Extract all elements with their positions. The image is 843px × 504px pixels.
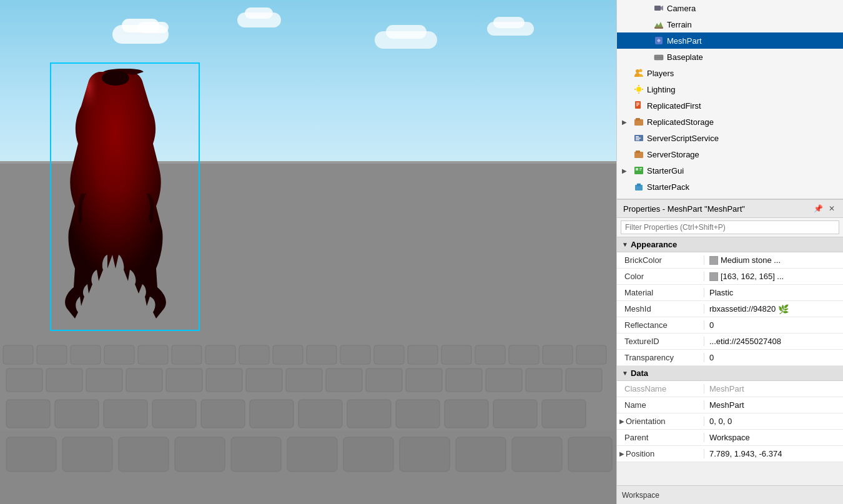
appearance-section-header[interactable]: ▼ Appearance [617, 237, 843, 252]
prop-row-position[interactable]: ▶ Position 7.789, 1.943, -6.374 [617, 446, 843, 462]
meshid-asset-icon: 🌿 [778, 304, 789, 314]
prop-name-brickcolor: BrickColor [617, 255, 704, 265]
players-arrow [622, 70, 631, 77]
explorer-item-lighting[interactable]: Lighting [617, 81, 843, 97]
baseplate-label: Baseplate [667, 52, 703, 62]
svg-rect-37 [446, 368, 482, 392]
prop-row-transparency[interactable]: Transparency 0 [617, 350, 843, 366]
svg-rect-87 [636, 168, 638, 170]
svg-rect-6 [175, 437, 225, 472]
lighting-label: Lighting [647, 85, 676, 94]
pin-icon[interactable]: 📌 [813, 204, 823, 214]
prop-row-meshid[interactable]: MeshId rbxassetid://94820 🌿 [617, 301, 843, 317]
filter-input[interactable] [621, 220, 839, 234]
prop-name-parent: Parent [617, 433, 704, 442]
svg-rect-41 [3, 345, 33, 364]
bounding-box [50, 62, 200, 331]
prop-row-name[interactable]: Name MeshPart [617, 397, 843, 413]
prop-value-reflectance: 0 [704, 320, 843, 330]
position-expand-icon: ▶ [619, 450, 624, 457]
svg-rect-20 [298, 400, 342, 428]
terrain-arrow [642, 21, 651, 28]
prop-name-position: ▶ Position [617, 449, 704, 458]
explorer-item-meshpart[interactable]: MeshPart [617, 32, 843, 49]
startergui-arrow: ▶ [622, 167, 631, 174]
explorer-item-players[interactable]: Players [617, 65, 843, 81]
meshpart-label: MeshPart [667, 36, 702, 46]
prop-row-color[interactable]: Color [163, 162, 165] ... [617, 269, 843, 285]
svg-rect-31 [206, 368, 242, 392]
prop-name-meshid: MeshId [617, 304, 704, 314]
prop-name-name: Name [617, 400, 704, 410]
explorer-item-starterpack[interactable]: StarterPack [617, 179, 843, 195]
appearance-label: Appearance [631, 240, 677, 249]
svg-rect-5 [119, 437, 169, 472]
svg-rect-39 [526, 368, 562, 392]
svg-rect-48 [239, 345, 269, 364]
prop-name-material: Material [617, 288, 704, 297]
appearance-arrow: ▼ [622, 241, 628, 248]
svg-rect-18 [201, 400, 245, 428]
svg-rect-63 [654, 27, 663, 29]
prop-row-parent[interactable]: Parent Workspace [617, 430, 843, 446]
svg-rect-33 [286, 368, 322, 392]
camera-label: Camera [667, 4, 696, 13]
breadcrumb-workspace: Workspace [622, 491, 659, 500]
explorer-item-terrain[interactable]: Terrain [617, 16, 843, 32]
right-panel: Camera Terrain MeshPart Baseplate [616, 0, 843, 504]
prop-row-reflectance[interactable]: Reflectance 0 [617, 317, 843, 334]
svg-rect-79 [636, 118, 640, 121]
serverstorage-label: ServerStorage [647, 150, 699, 159]
properties-body: ▼ Appearance BrickColor Medium stone ...… [617, 237, 843, 485]
svg-rect-17 [152, 400, 196, 428]
explorer-item-serverscriptservice[interactable]: ServerScriptService [617, 130, 843, 146]
prop-row-classname: ClassName MeshPart [617, 381, 843, 397]
orientation-expand-icon: ▶ [619, 418, 624, 425]
prop-row-brickcolor[interactable]: BrickColor Medium stone ... [617, 252, 843, 269]
meshpart-object[interactable] [50, 62, 212, 362]
explorer-item-camera[interactable]: Camera [617, 0, 843, 16]
explorer-item-baseplate[interactable]: Baseplate [617, 49, 843, 65]
baseplate-icon [653, 51, 664, 62]
svg-rect-57 [543, 345, 573, 364]
svg-rect-58 [576, 345, 606, 364]
svg-point-69 [636, 87, 641, 92]
svg-rect-16 [104, 400, 147, 428]
svg-rect-53 [408, 345, 438, 364]
svg-rect-21 [347, 400, 391, 428]
svg-rect-4 [62, 437, 112, 472]
explorer-item-replicatedstorage[interactable]: ▶ ReplicatedStorage [617, 114, 843, 130]
svg-rect-13 [568, 437, 612, 472]
breadcrumb-bar: Workspace [617, 485, 843, 504]
svg-rect-51 [340, 345, 370, 364]
explorer-item-replicatedfirst[interactable]: ReplicatedFirst [617, 97, 843, 114]
prop-row-orientation[interactable]: ▶ Orientation 0, 0, 0 [617, 413, 843, 430]
close-properties-icon[interactable]: ✕ [827, 204, 837, 214]
svg-rect-8 [287, 437, 337, 472]
serverscriptservice-label: ServerScriptService [647, 134, 719, 143]
svg-rect-3 [6, 437, 56, 472]
svg-rect-10 [400, 437, 450, 472]
replicatedfirst-label: ReplicatedFirst [647, 101, 701, 111]
replicatedfirst-icon [633, 100, 644, 111]
svg-rect-88 [639, 168, 642, 169]
svg-rect-82 [636, 138, 641, 139]
prop-value-parent: Workspace [704, 433, 843, 442]
color-swatch [709, 272, 718, 281]
prop-row-material[interactable]: Material Plastic [617, 285, 843, 301]
svg-rect-19 [250, 400, 293, 428]
prop-row-textureid[interactable]: TextureID ...etid://2455027408 [617, 334, 843, 350]
svg-rect-60 [654, 6, 661, 11]
replicatedfirst-arrow [622, 102, 631, 109]
explorer-item-starterplayer[interactable]: StarterPl... [617, 195, 843, 200]
prop-value-meshid: rbxassetid://94820 🌿 [704, 304, 843, 314]
svg-rect-35 [366, 368, 402, 392]
prop-value-textureid: ...etid://2455027408 [704, 337, 843, 346]
prop-value-position: 7.789, 1.943, -6.374 [704, 449, 843, 458]
explorer-item-serverstorage[interactable]: ServerStorage [617, 146, 843, 162]
explorer-panel: Camera Terrain MeshPart Baseplate [617, 0, 843, 200]
data-section-header[interactable]: ▼ Data [617, 366, 843, 381]
players-label: Players [647, 69, 674, 78]
svg-point-68 [639, 69, 643, 72]
explorer-item-startergui[interactable]: ▶ StarterGui [617, 162, 843, 179]
